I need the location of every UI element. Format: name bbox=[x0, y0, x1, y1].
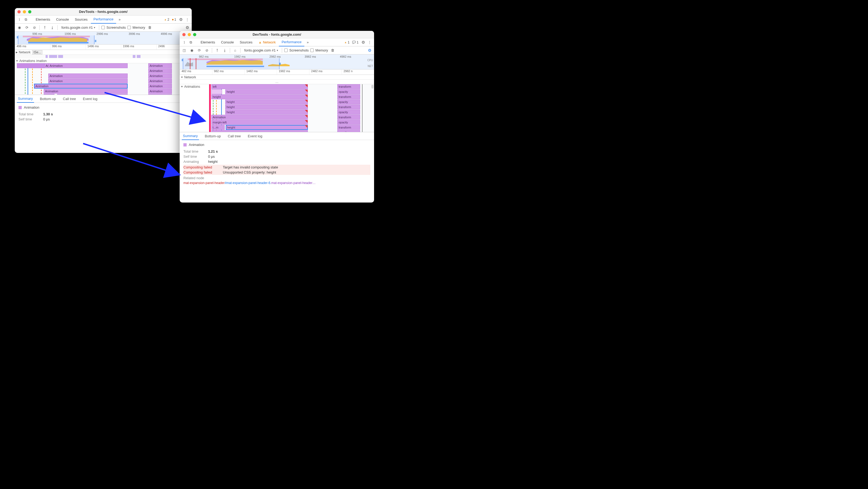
tab-performance[interactable]: Performance bbox=[91, 16, 116, 24]
home-icon[interactable]: ⌂ bbox=[232, 48, 238, 53]
flame-bar[interactable]: Animation bbox=[148, 73, 172, 78]
message-badge[interactable]: 1 bbox=[351, 40, 360, 44]
flame-bar[interactable]: Animation bbox=[48, 73, 128, 78]
more-tabs-icon[interactable]: » bbox=[305, 39, 311, 45]
tab-performance[interactable]: Performance bbox=[279, 38, 304, 47]
flame-bar[interactable]: Animation bbox=[148, 79, 172, 84]
flame-bar[interactable]: opacity bbox=[337, 130, 360, 132]
tab-elements[interactable]: Elements bbox=[33, 16, 53, 24]
flame-bar[interactable]: Animation bbox=[211, 115, 308, 120]
flame-bar[interactable]: Animation bbox=[48, 79, 128, 84]
maximize-icon[interactable] bbox=[193, 33, 196, 36]
perf-settings-icon[interactable]: ⚙ bbox=[367, 48, 372, 53]
tab-calltree[interactable]: Call tree bbox=[62, 95, 77, 103]
flame-bar[interactable]: Animation bbox=[44, 89, 128, 94]
overview-timeline[interactable]: ⏸ 982 ms 1982 ms 2982 ms 3982 ms 4982 ms… bbox=[180, 55, 374, 69]
tab-eventlog[interactable]: Event log bbox=[82, 95, 98, 103]
trash-icon[interactable]: 🗑 bbox=[147, 25, 153, 31]
flame-bar[interactable]: opacity bbox=[337, 110, 360, 115]
time-ruler[interactable]: 496 ms 996 ms 1496 ms 1996 ms 2496 bbox=[15, 44, 192, 50]
inspect-icon[interactable]: ⟟ bbox=[17, 17, 22, 23]
related-node-link[interactable]: mat-expansion-panel-header#mat-expansion… bbox=[183, 181, 370, 185]
flame-bar[interactable]: Animation bbox=[57, 94, 128, 95]
network-track-header[interactable]: ▶NetworktSe... bbox=[15, 50, 192, 55]
flame-bar[interactable]: Animation bbox=[148, 89, 172, 94]
perf-settings-icon[interactable]: ⚙ bbox=[184, 25, 190, 31]
animations-track-header[interactable]: ▼Animations bbox=[180, 84, 209, 89]
tab-summary[interactable]: Summary bbox=[17, 95, 34, 103]
flame-bar[interactable]: left bbox=[211, 84, 308, 89]
flame-bar[interactable]: Animation bbox=[48, 63, 128, 68]
tab-bottomup[interactable]: Bottom-up bbox=[39, 95, 57, 103]
target-dropdown[interactable]: fonts.google.com #1 bbox=[60, 26, 97, 30]
flame-bar[interactable]: transform bbox=[337, 104, 360, 110]
network-item[interactable]: tSe... bbox=[32, 50, 42, 55]
gear-icon[interactable]: ⚙ bbox=[360, 39, 366, 45]
flame-bar[interactable]: transform bbox=[337, 115, 360, 120]
flame-bar[interactable]: Animation bbox=[148, 68, 172, 73]
flame-bar[interactable]: opacity bbox=[337, 99, 360, 104]
flame-bar[interactable]: height bbox=[225, 99, 308, 104]
animations-track-header[interactable]: ▼Animationsimation bbox=[15, 59, 192, 63]
inspect-icon[interactable]: ⟟ bbox=[181, 39, 187, 45]
overview-selection[interactable] bbox=[183, 58, 279, 69]
flame-bar[interactable]: margin-left bbox=[211, 120, 308, 125]
flame-bar[interactable]: transform bbox=[337, 125, 360, 130]
flame-bar[interactable]: height bbox=[225, 89, 308, 94]
tab-sources[interactable]: Sources bbox=[72, 16, 90, 24]
maximize-icon[interactable] bbox=[28, 10, 31, 13]
more-tabs-icon[interactable]: » bbox=[117, 17, 123, 23]
flame-chart[interactable]: ▼Network … ▼Animations left height heigh… bbox=[180, 75, 374, 132]
flame-bar[interactable]: height bbox=[225, 104, 308, 110]
record-icon[interactable]: ◉ bbox=[189, 48, 195, 53]
overview-selection[interactable] bbox=[18, 35, 94, 44]
flame-bar[interactable]: height bbox=[225, 110, 308, 115]
memory-checkbox[interactable] bbox=[310, 49, 314, 52]
flame-chart[interactable]: ▶NetworktSe... ▼Animationsimation Animat… bbox=[15, 50, 192, 95]
sidebar-icon[interactable]: ◫ bbox=[181, 48, 187, 53]
download-icon[interactable]: ⭳ bbox=[49, 25, 55, 31]
flame-bar[interactable] bbox=[211, 130, 308, 132]
warning-badge[interactable]: 2 bbox=[163, 18, 170, 22]
flame-bar[interactable] bbox=[211, 89, 222, 94]
flame-bar[interactable]: Animation bbox=[148, 84, 172, 89]
tab-summary[interactable]: Summary bbox=[182, 132, 199, 140]
flame-bar[interactable]: A...n bbox=[44, 94, 55, 95]
tab-elements[interactable]: Elements bbox=[198, 38, 218, 47]
flame-bar[interactable]: Animation bbox=[148, 94, 172, 95]
reload-icon[interactable]: ⟳ bbox=[24, 25, 30, 31]
kebab-icon[interactable]: ⋮ bbox=[367, 39, 372, 45]
screenshots-checkbox[interactable] bbox=[284, 49, 288, 52]
close-icon[interactable] bbox=[182, 33, 186, 36]
reload-icon[interactable]: ⟳ bbox=[196, 48, 202, 53]
tab-console[interactable]: Console bbox=[218, 38, 237, 47]
clear-icon[interactable]: ⊘ bbox=[204, 48, 210, 53]
trash-icon[interactable]: 🗑 bbox=[330, 48, 336, 53]
clear-icon[interactable]: ⊘ bbox=[31, 25, 37, 31]
minimize-icon[interactable] bbox=[188, 33, 191, 36]
issue-badge[interactable]: 1 bbox=[171, 18, 177, 22]
device-icon[interactable]: ⧉ bbox=[23, 17, 29, 23]
screenshots-checkbox[interactable] bbox=[101, 26, 105, 29]
memory-checkbox[interactable] bbox=[127, 26, 131, 29]
target-dropdown[interactable]: fonts.google.com #1 bbox=[243, 48, 280, 52]
tab-sources[interactable]: Sources bbox=[237, 38, 255, 47]
upload-icon[interactable]: ⭱ bbox=[214, 48, 220, 53]
flame-bar[interactable]: transform bbox=[337, 94, 360, 99]
flame-bar[interactable]: opacity bbox=[337, 120, 360, 125]
flame-bar[interactable]: Animation bbox=[148, 63, 172, 68]
scrollbar[interactable] bbox=[371, 85, 374, 89]
kebab-icon[interactable]: ⋮ bbox=[184, 17, 190, 23]
device-icon[interactable]: ⧉ bbox=[188, 39, 194, 45]
flame-bar[interactable]: height bbox=[211, 94, 308, 99]
tab-network[interactable]: ▲Network bbox=[256, 38, 279, 47]
warning-badge[interactable]: 1 bbox=[343, 40, 351, 44]
tab-calltree[interactable]: Call tree bbox=[227, 132, 242, 140]
flame-bar-selected[interactable]: Animation bbox=[34, 84, 128, 89]
flame-bar-selected[interactable]: height bbox=[226, 125, 308, 130]
minimize-icon[interactable] bbox=[23, 10, 26, 13]
gear-icon[interactable]: ⚙ bbox=[178, 17, 184, 23]
overview-timeline[interactable]: ⏸ 996 ms 1996 ms 2996 ms 3996 ms 4996 ms… bbox=[15, 32, 192, 44]
download-icon[interactable]: ⭳ bbox=[222, 48, 228, 53]
record-icon[interactable]: ◉ bbox=[17, 25, 22, 31]
